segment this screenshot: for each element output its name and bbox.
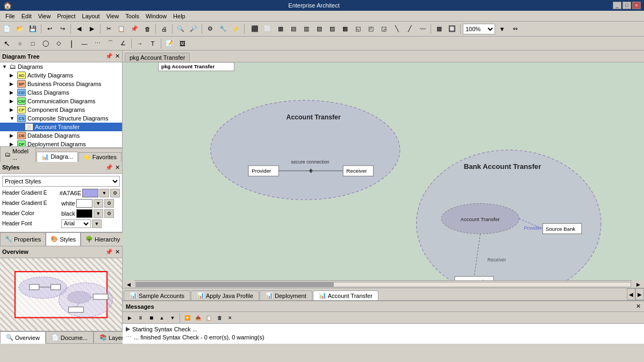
draw-text[interactable]: T bbox=[147, 38, 159, 49]
tb18[interactable]: ◱ bbox=[352, 23, 364, 35]
project-styles-select[interactable]: Project Styles bbox=[2, 176, 120, 187]
tb23[interactable]: 〰 bbox=[417, 23, 428, 35]
tree-activity[interactable]: ▶ AD Activity Diagrams bbox=[0, 71, 122, 80]
tb24[interactable]: ▦ bbox=[433, 23, 445, 35]
tab-deployment[interactable]: 📊 Deployment bbox=[260, 290, 312, 300]
color-pick-btn-1[interactable]: ▼ bbox=[99, 189, 109, 197]
tree-diagrams-root[interactable]: ▼ 🗂 Diagrams bbox=[0, 62, 122, 71]
close-overview-icon[interactable]: ✕ bbox=[115, 249, 120, 255]
tb22[interactable]: ╱ bbox=[404, 23, 416, 35]
tree-communication[interactable]: ▶ CM Communication Diagrams bbox=[0, 97, 122, 105]
tab-overview[interactable]: 🔍 Overview bbox=[0, 331, 46, 344]
h-scrollbar[interactable]: ◀ ▶ bbox=[123, 280, 644, 288]
forward-btn[interactable]: ▶ bbox=[86, 23, 98, 35]
back-btn[interactable]: ◀ bbox=[73, 23, 85, 35]
msg-close-btn[interactable]: ✕ bbox=[225, 313, 235, 323]
tb9[interactable]: ⚡ bbox=[230, 23, 242, 35]
tab-properties[interactable]: 🔧 Properties bbox=[0, 232, 46, 246]
align-btn[interactable]: ⬛ bbox=[249, 23, 261, 35]
pin-overview-icon[interactable]: 📌 bbox=[105, 249, 113, 255]
color-edit-btn-3[interactable]: ⚙ bbox=[104, 209, 114, 218]
minimize-btn[interactable]: _ bbox=[613, 2, 621, 9]
color-edit-btn-2[interactable]: ⚙ bbox=[104, 199, 114, 208]
msg-up-btn[interactable]: ▲ bbox=[157, 313, 167, 323]
msg-down-btn[interactable]: ▼ bbox=[168, 313, 177, 323]
new-btn[interactable]: 📄 bbox=[1, 23, 13, 35]
tb15[interactable]: ▧ bbox=[313, 23, 325, 35]
draw-dash[interactable]: ⋯ bbox=[91, 38, 103, 49]
tree-database[interactable]: ▶ DB Database Diagrams bbox=[0, 131, 122, 140]
color-edit-btn-1[interactable]: ⚙ bbox=[110, 189, 120, 197]
tree-account-transfer[interactable]: ⬜ Account Transfer bbox=[0, 123, 122, 131]
tab-favorites[interactable]: ⭐ Favorites bbox=[78, 152, 121, 162]
tab-pkg[interactable]: pkg Account Transfer bbox=[125, 53, 190, 62]
tab-diagrams[interactable]: 📊 Diagra... bbox=[37, 152, 78, 162]
color-swatch-3[interactable] bbox=[76, 209, 92, 218]
tb8[interactable]: 🔧 bbox=[217, 23, 229, 35]
draw-angle[interactable]: ∠ bbox=[117, 38, 129, 49]
draw-hline[interactable]: — bbox=[78, 38, 90, 49]
tab-apply-java[interactable]: 📊 Apply Java Profile bbox=[191, 290, 259, 300]
paste-btn[interactable]: 📌 bbox=[128, 23, 140, 35]
tb21[interactable]: ╲ bbox=[391, 23, 403, 35]
menu-help[interactable]: Help bbox=[170, 13, 189, 19]
menu-layout[interactable]: Layout bbox=[79, 13, 103, 19]
draw-diamond[interactable]: ◇ bbox=[53, 38, 65, 49]
menu-window[interactable]: Window bbox=[142, 13, 170, 19]
draw-arrow[interactable]: → bbox=[134, 38, 146, 49]
save-btn[interactable]: 💾 bbox=[27, 23, 39, 35]
print-btn[interactable]: 🖨 bbox=[158, 23, 170, 35]
close-messages-icon[interactable]: ✕ bbox=[636, 303, 641, 310]
cut-btn[interactable]: ✂ bbox=[103, 23, 115, 35]
color-swatch-1[interactable] bbox=[82, 189, 98, 197]
tree-class[interactable]: ▶ CD Class Diagrams bbox=[0, 88, 122, 97]
draw-rect[interactable]: □ bbox=[27, 38, 39, 49]
msg-pause-btn[interactable]: ⏸ bbox=[135, 313, 145, 323]
zoom-select[interactable]: 100% 75% 150% bbox=[463, 24, 495, 34]
draw-note[interactable]: 📝 bbox=[163, 38, 175, 49]
draw-curve[interactable]: ⌒ bbox=[104, 38, 116, 49]
color-pick-btn-2[interactable]: ▼ bbox=[94, 199, 103, 208]
tab-model[interactable]: 🗂 Model ... bbox=[0, 146, 36, 162]
close-btn[interactable]: × bbox=[632, 2, 641, 9]
undo-btn[interactable]: ↩ bbox=[44, 23, 55, 35]
tab-styles[interactable]: 🎨 Styles bbox=[46, 232, 81, 246]
tab-document[interactable]: 📄 Docume... bbox=[46, 331, 94, 344]
tab-prev-btn[interactable]: ◀ bbox=[627, 288, 635, 300]
draw-circle2[interactable]: ◯ bbox=[40, 38, 52, 49]
tb17[interactable]: ▩ bbox=[339, 23, 351, 35]
tb11[interactable]: ⬜ bbox=[262, 23, 274, 35]
close-tree-icon[interactable]: ✕ bbox=[115, 53, 120, 60]
msg-clear-btn[interactable]: 🗑 bbox=[214, 313, 224, 323]
tb16[interactable]: ▨ bbox=[326, 23, 338, 35]
open-btn[interactable]: 📂 bbox=[14, 23, 26, 35]
color-pick-btn-3[interactable]: ▼ bbox=[94, 209, 103, 218]
msg-play-btn[interactable]: ▶ bbox=[125, 313, 134, 323]
delete-btn[interactable]: 🗑 bbox=[141, 23, 153, 35]
msg-filter-btn[interactable]: 🔽 bbox=[182, 313, 192, 323]
tb19[interactable]: ◰ bbox=[365, 23, 377, 35]
menu-view2[interactable]: View bbox=[103, 13, 123, 19]
menu-view[interactable]: View bbox=[35, 13, 54, 19]
tree-business[interactable]: ▶ BP Business Process Diagrams bbox=[0, 80, 122, 88]
tb14[interactable]: ▥ bbox=[300, 23, 312, 35]
draw-line[interactable]: | bbox=[66, 38, 77, 49]
tb20[interactable]: ◲ bbox=[378, 23, 390, 35]
scrollbar-thumb[interactable] bbox=[136, 282, 334, 287]
tab-account-transfer[interactable]: 📊 Account Transfer bbox=[313, 290, 378, 300]
font-dropdown-btn[interactable]: ▼ bbox=[92, 219, 102, 228]
font-select[interactable]: Arial Times New Roman bbox=[61, 219, 91, 228]
find-btn[interactable]: 🔍 bbox=[175, 23, 187, 35]
window-controls[interactable]: _ □ × bbox=[613, 2, 641, 9]
pin-styles-icon[interactable]: 📌 bbox=[105, 164, 113, 171]
maximize-btn[interactable]: □ bbox=[622, 2, 631, 9]
draw-image[interactable]: 🖼 bbox=[176, 38, 188, 49]
tb12[interactable]: ▦ bbox=[275, 23, 287, 35]
menu-edit[interactable]: Edit bbox=[18, 13, 35, 19]
tree-composite[interactable]: ▼ CS Composite Structure Diagrams bbox=[0, 114, 122, 123]
pin-icon[interactable]: 📌 bbox=[105, 53, 113, 60]
close-styles-icon[interactable]: ✕ bbox=[115, 164, 120, 171]
tab-sample-accounts[interactable]: 📊 Sample Accounts bbox=[124, 290, 190, 300]
msg-export-btn[interactable]: 📤 bbox=[193, 313, 203, 323]
tree-component[interactable]: ▶ CP Component Diagrams bbox=[0, 105, 122, 114]
